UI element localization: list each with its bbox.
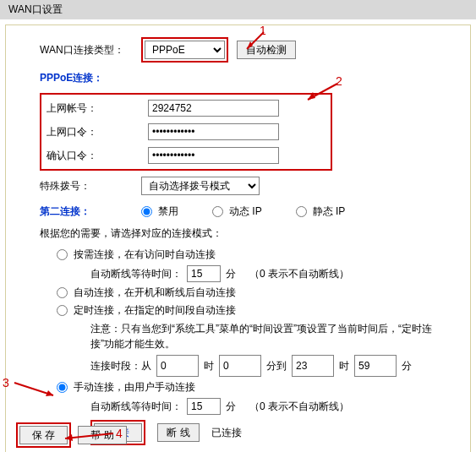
second-dyn-radio[interactable] [212,206,223,217]
wan-type-label: WAN口连接类型： [40,43,141,57]
period-h1: 时 [204,359,214,373]
period-to-h[interactable] [292,355,334,377]
period-from-h[interactable] [156,355,199,377]
annotation-2: 2 [336,74,342,88]
confirm-input[interactable] [148,147,279,164]
second-conn-label: 第二连接： [40,204,141,219]
disconnect-button[interactable]: 断 线 [157,423,199,442]
username-label: 上网帐号： [47,101,148,116]
window-title: WAN口设置 [0,0,476,19]
auto-detect-button[interactable]: 自动检测 [237,41,296,59]
mode-auto-radio[interactable] [57,287,68,298]
pppoe-section-label: PPPoE连接： [40,71,103,85]
confirm-label: 确认口令： [47,149,148,163]
second-disable-radio[interactable] [141,206,152,217]
annotation-3: 3 [3,376,9,389]
period-from-m[interactable] [219,355,261,377]
annotation-1: 1 [260,24,266,37]
period-to-m[interactable] [354,355,397,377]
annotation-4: 4 [116,427,123,440]
username-input[interactable] [148,100,279,117]
mode-explain-text: 根据您的需要，请选择对应的连接模式： [40,226,445,241]
content-panel: WAN口连接类型： PPPoE 自动检测 PPPoE连接： 上网帐号： 上网口令… [5,25,471,452]
save-button[interactable]: 保 存 [19,426,68,444]
mode-timed-label: 定时连接，在指定的时间段自动连接 [74,303,236,318]
mode-manual-radio[interactable] [57,382,68,393]
wait-input-2[interactable] [187,398,221,415]
dialmode-label: 特殊拨号： [40,179,141,193]
mode-manual-label: 手动连接，由用户手动连接 [74,380,195,395]
wait-unit-2: 分 [226,400,236,414]
mode-auto-label: 自动连接，在开机和断线后自动连接 [74,286,236,300]
period-m2: 分 [402,359,412,373]
second-disable-label: 禁用 [158,204,178,219]
period-h2: 时 [339,359,349,373]
wait-note-1: （0 表示不自动断线） [249,267,349,281]
timed-note: 注意：只有当您到“系统工具”菜单的“时间设置”项设置了当前时间后，“定时连接”功… [90,323,432,350]
wait-note-2: （0 表示不自动断线） [249,400,349,414]
period-to: 分到 [266,359,287,373]
wait-label-2: 自动断线等待时间： [90,400,182,414]
second-static-label: 静态 IP [313,204,346,219]
dialmode-select[interactable]: 自动选择拨号模式 [141,177,260,195]
second-dyn-label: 动态 IP [229,204,262,219]
wait-unit-1: 分 [226,267,236,281]
password-input[interactable] [148,123,279,140]
mode-ondemand-radio[interactable] [57,249,68,260]
connection-status: 已连接 [211,426,242,440]
period-label: 连接时段：从 [90,359,151,373]
wait-input-1[interactable] [187,265,221,282]
password-label: 上网口令： [47,125,148,139]
wan-type-select[interactable]: PPPoE [145,41,225,59]
mode-timed-radio[interactable] [57,305,68,316]
second-static-radio[interactable] [296,206,307,217]
wait-label-1: 自动断线等待时间： [90,267,182,281]
mode-ondemand-label: 按需连接，在有访问时自动连接 [74,248,216,262]
